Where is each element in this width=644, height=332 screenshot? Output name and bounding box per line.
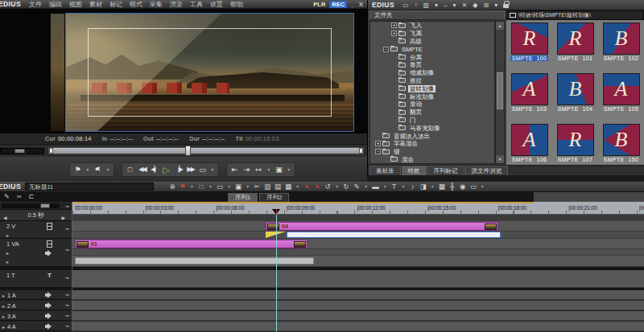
menu-item[interactable]: 设置 <box>210 0 223 9</box>
transition-preview-icon[interactable]: A <box>603 73 640 105</box>
mode-dropdown[interactable]: ▾ <box>383 184 387 189</box>
marker-dropdown[interactable]: ▾ <box>190 184 194 189</box>
playhead-line[interactable] <box>276 215 277 332</box>
scroll-up-icon[interactable]: ▲ <box>496 22 504 30</box>
seek-handle[interactable] <box>185 146 191 156</box>
timeline-zoom-slider[interactable] <box>2 203 60 208</box>
duplicate-dropdown[interactable]: ▾ <box>435 2 438 9</box>
goto-dropdown[interactable]: ▾ <box>266 163 271 176</box>
sequence-tab-序列2[interactable]: 序列2 <box>259 193 289 202</box>
record-icon[interactable]: ◉ <box>460 182 466 191</box>
track-row-2a[interactable] <box>72 301 644 310</box>
loop-mode-icon[interactable]: ∞ <box>17 193 22 200</box>
loop-button[interactable]: ▭ <box>198 163 207 176</box>
menu-item[interactable]: 采集 <box>150 0 163 9</box>
expander-icon[interactable]: ▸ <box>6 250 9 256</box>
track-header-3a[interactable]: ▸3 A~ <box>0 311 72 321</box>
time-scale-selector[interactable]: ◀ 0.5 秒 ▶ <box>0 210 72 221</box>
transition-thumbnail[interactable]: BSMPTE 104 <box>552 73 598 124</box>
rewind-button[interactable]: ◀◀ <box>138 163 147 176</box>
wave-icon[interactable]: ~ <box>65 246 69 254</box>
transition-thumbnail[interactable]: ASMPTE 103 <box>506 73 552 124</box>
transition-thumbnail[interactable]: RSMPTE 100 <box>506 23 552 73</box>
transition-thumbnail[interactable]: BSMPTE 102 <box>598 23 644 73</box>
tree-item[interactable]: -键 <box>370 148 494 156</box>
timeline-clip-04[interactable]: 04 <box>266 222 498 231</box>
track-row-1va-audio[interactable] <box>72 256 644 267</box>
undo-dropdown[interactable]: ▾ <box>335 184 339 189</box>
transition-thumbnail[interactable]: RSMPTE 107 <box>552 124 598 165</box>
tree-item[interactable]: 门 <box>370 117 494 125</box>
title-track-icon[interactable]: T <box>47 272 52 279</box>
transition-thumbnail[interactable]: ASMPTE 105 <box>598 73 644 124</box>
sequence-tab-序列1[interactable]: 序列1 <box>228 193 258 202</box>
video-track-icon[interactable] <box>47 240 52 248</box>
loop-dropdown[interactable]: ▾ <box>210 163 215 176</box>
menu-item[interactable]: 素材 <box>89 0 102 9</box>
tree-item[interactable]: 混合 <box>370 156 494 164</box>
special-paste-icon[interactable]: ▦ <box>285 182 291 191</box>
transition-preview-icon[interactable]: R <box>557 124 594 156</box>
paste-icon[interactable]: ▤ <box>275 182 281 191</box>
delete-icon[interactable]: ✕ <box>462 2 468 9</box>
menu-item[interactable]: 文件 <box>29 0 42 9</box>
tree-item[interactable]: +飞离 <box>370 30 494 38</box>
add-point-icon[interactable]: ⊕ <box>169 182 175 191</box>
ripple-delete-out-icon[interactable]: ✕ <box>314 182 320 191</box>
menu-item[interactable]: 标记 <box>109 0 122 9</box>
transition-thumbnail[interactable]: BSMPTE 150 <box>598 124 644 165</box>
track-row-1va-sub[interactable] <box>72 249 644 256</box>
save-dropdown[interactable]: ▾ <box>246 184 250 189</box>
set-in-button[interactable]: ⚑ <box>73 163 82 176</box>
tree-item[interactable]: 马赛克划像 <box>370 124 494 132</box>
divider-icon[interactable]: – <box>444 2 447 9</box>
playhead-marker[interactable] <box>272 209 280 215</box>
track-header-4a[interactable]: ▸4 A~ <box>0 322 72 331</box>
duplicate-icon[interactable]: ▥ <box>423 2 430 9</box>
new-dropdown[interactable]: ▾ <box>208 184 213 189</box>
expander-icon[interactable]: ▸ <box>6 259 9 264</box>
track-header-2a[interactable]: ▸2 A~ <box>0 301 72 310</box>
speaker-icon[interactable] <box>45 302 52 309</box>
tree-item[interactable]: +飞入 <box>370 22 494 30</box>
speaker-icon[interactable] <box>45 292 52 298</box>
bin-tab-序列标记[interactable]: 序列标记 <box>427 166 464 175</box>
seek-bar[interactable] <box>48 147 364 154</box>
transition-preview-icon[interactable]: R <box>557 23 594 55</box>
tree-expander-icon[interactable]: + <box>391 31 397 36</box>
wave-icon[interactable]: ~ <box>65 291 69 299</box>
video-track-icon[interactable] <box>47 223 52 230</box>
minimize-button[interactable]: _ <box>351 1 354 8</box>
tree-item[interactable]: -SMPTE <box>370 45 494 53</box>
shuttle-handle[interactable] <box>14 149 25 154</box>
menu-item[interactable]: 帮助 <box>230 0 243 9</box>
render-icon[interactable]: ◨ <box>420 182 427 191</box>
scroll-down-icon[interactable]: ▼ <box>496 155 504 163</box>
menu-item[interactable]: 模式 <box>130 0 142 9</box>
play-button[interactable]: ▷ <box>162 163 171 176</box>
tree-scrollbar[interactable]: ▲ ▼ <box>495 21 505 164</box>
transition-preview-icon[interactable]: R <box>511 23 548 55</box>
bin-tab-素材库[interactable]: 素材库 <box>369 166 401 175</box>
goto-out-button[interactable]: ⇥ <box>242 163 251 176</box>
set-out-button[interactable]: ⚑ <box>93 163 102 176</box>
ripple-delete-in-icon[interactable]: ✕ <box>303 182 310 191</box>
track-header-1a[interactable]: ▸1 A~ <box>0 290 72 300</box>
track-row-1t[interactable] <box>72 270 644 288</box>
transition-preview-icon[interactable]: B <box>603 124 640 156</box>
track-row-2v-mixer[interactable] <box>72 232 644 239</box>
lock-icon[interactable] <box>503 4 509 8</box>
transition-thumbnail[interactable]: ASMPTE 106 <box>506 124 552 165</box>
zoom-slider-handle[interactable] <box>40 203 50 208</box>
up-folder-icon[interactable]: ↑ <box>415 2 418 9</box>
scrollbar-thumb[interactable] <box>497 72 503 109</box>
tree-item[interactable]: 卷页 <box>370 61 494 69</box>
expander-icon[interactable]: ▸ <box>6 232 9 238</box>
wave-icon[interactable]: ~ <box>65 312 69 320</box>
open-dropdown[interactable]: ▾ <box>227 184 231 189</box>
plr-button[interactable]: PLR <box>313 1 325 8</box>
prev-frame-button[interactable]: ◀▏ <box>150 163 159 176</box>
track-row-3a[interactable] <box>72 311 644 321</box>
wave-icon[interactable]: ~ <box>65 274 69 282</box>
expander-icon[interactable]: ▸ <box>2 314 5 319</box>
